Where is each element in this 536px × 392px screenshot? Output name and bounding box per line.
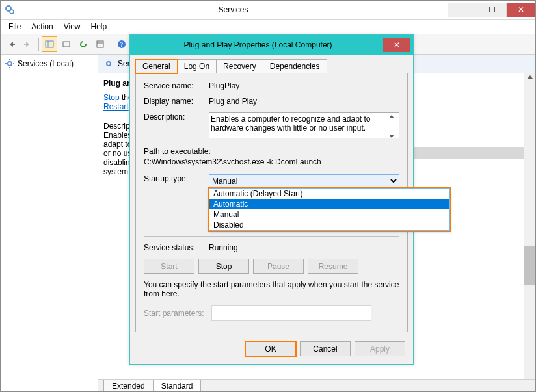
properties-button[interactable] <box>92 36 108 52</box>
display-name-value: Plug and Play <box>209 97 399 106</box>
services-window: Services – ☐ ✕ File Action View Help ? S… <box>0 0 536 392</box>
resume-button: Resume <box>308 259 358 274</box>
dialog-titlebar[interactable]: Plug and Play Properties (Local Computer… <box>130 35 413 55</box>
services-app-icon <box>5 5 15 15</box>
menu-action[interactable]: Action <box>27 21 57 33</box>
tab-general[interactable]: General <box>135 59 178 73</box>
forward-button[interactable] <box>20 36 36 52</box>
refresh-button[interactable] <box>75 36 91 52</box>
start-parameters-note: You can specify the start parameters tha… <box>144 280 399 298</box>
dialog-actions: OK Cancel Apply <box>130 337 413 364</box>
textarea-scrollbar[interactable] <box>388 114 398 139</box>
tree-pane: Services (Local) <box>1 55 98 392</box>
titlebar: Services – ☐ ✕ <box>1 1 535 20</box>
window-title: Services <box>19 5 448 14</box>
option-automatic-delayed[interactable]: Automatic (Delayed Start) <box>209 189 449 199</box>
path-value: C:\Windows\system32\svchost.exe -k DcomL… <box>144 157 399 166</box>
menu-help[interactable]: Help <box>87 21 111 33</box>
svg-point-9 <box>8 62 12 66</box>
menu-file[interactable]: File <box>5 21 25 33</box>
tab-logon[interactable]: Log On <box>177 59 217 73</box>
service-name-value: PlugPlay <box>209 81 399 90</box>
startup-type-dropdown: Automatic (Delayed Start) Automatic Manu… <box>209 188 450 231</box>
separator <box>111 38 111 51</box>
scroll-up-icon <box>388 114 395 120</box>
control-buttons: Start Stop Pause Resume <box>144 259 399 274</box>
dialog-tabs: General Log On Recovery Dependencies <box>135 59 408 73</box>
start-parameters-input <box>211 305 371 321</box>
tree-root-label: Services (Local) <box>18 59 74 68</box>
svg-rect-4 <box>63 42 70 47</box>
start-button: Start <box>144 259 194 274</box>
svg-point-14 <box>107 62 111 66</box>
display-name-label: Display name: <box>144 97 209 106</box>
separator <box>38 38 39 51</box>
path-label: Path to executable: <box>144 147 399 156</box>
service-status-value: Running <box>209 243 399 252</box>
pause-button: Pause <box>253 259 304 274</box>
description-textarea[interactable] <box>209 112 399 138</box>
svg-text:?: ? <box>120 41 124 48</box>
menu-view[interactable]: View <box>60 21 85 33</box>
help-button[interactable]: ? <box>114 36 129 52</box>
back-button[interactable] <box>3 36 19 52</box>
svg-rect-2 <box>46 41 53 47</box>
scrollbar-thumb[interactable] <box>524 246 535 285</box>
stop-link[interactable]: Stop <box>103 93 120 102</box>
scroll-down-icon <box>388 133 395 139</box>
startup-type-select[interactable]: Manual <box>209 174 399 188</box>
tab-dependencies[interactable]: Dependencies <box>263 59 327 73</box>
scroll-up-icon <box>526 73 534 81</box>
service-name-label: Service name: <box>144 81 209 90</box>
close-button[interactable]: ✕ <box>506 3 535 17</box>
option-automatic[interactable]: Automatic <box>209 199 449 209</box>
export-button[interactable] <box>59 36 74 52</box>
cancel-button[interactable]: Cancel <box>300 341 351 356</box>
gear-icon <box>5 59 15 69</box>
start-parameters-label: Start parameters: <box>144 309 209 318</box>
divider <box>144 236 399 237</box>
restart-link[interactable]: Restart <box>103 102 129 111</box>
startup-type-label: Startup type: <box>144 174 209 183</box>
ok-button[interactable]: OK <box>245 341 296 356</box>
tab-standard[interactable]: Standard <box>153 380 202 392</box>
gear-icon <box>103 59 114 69</box>
vertical-scrollbar[interactable] <box>524 73 535 392</box>
dialog-title: Plug and Play Properties (Local Computer… <box>133 40 383 49</box>
maximize-button[interactable]: ☐ <box>477 3 506 17</box>
dialog-close-button[interactable]: ✕ <box>383 38 410 52</box>
minimize-button[interactable]: – <box>448 3 477 17</box>
description-label: Description: <box>144 112 209 122</box>
option-disabled[interactable]: Disabled <box>209 220 449 230</box>
dialog-panel: Service name: PlugPlay Display name: Plu… <box>135 73 408 332</box>
tab-recovery[interactable]: Recovery <box>216 59 263 73</box>
tab-extended[interactable]: Extended <box>103 380 154 392</box>
svg-point-1 <box>10 10 14 14</box>
show-hide-tree-button[interactable] <box>42 36 57 52</box>
menubar: File Action View Help <box>1 20 535 34</box>
option-manual[interactable]: Manual <box>209 209 449 220</box>
svg-rect-5 <box>97 41 103 47</box>
bottom-tabs: Extended Standard <box>98 379 535 392</box>
apply-button: Apply <box>355 341 405 356</box>
tree-root[interactable]: Services (Local) <box>3 57 95 70</box>
properties-dialog: Plug and Play Properties (Local Computer… <box>129 34 414 365</box>
stop-button[interactable]: Stop <box>198 259 249 274</box>
service-status-label: Service status: <box>144 243 209 252</box>
